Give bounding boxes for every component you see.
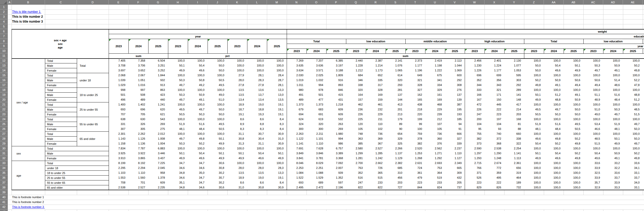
year-cell[interactable]: 2024 (484, 49, 505, 54)
data-cell[interactable]: 35,7 (583, 180, 603, 185)
data-cell[interactable]: 726 (366, 166, 386, 170)
data-cell[interactable]: 81 (504, 122, 524, 127)
stub-cell[interactable]: Total (45, 131, 77, 137)
data-cell[interactable]: 49,4 (583, 83, 603, 88)
data-cell[interactable]: 50,4 (583, 151, 603, 156)
data-cell[interactable]: 2.590 (465, 146, 484, 151)
data-cell[interactable]: 998 (109, 88, 128, 92)
data-cell[interactable]: 352 (346, 170, 366, 175)
column-header-cell[interactable]: O (306, 0, 326, 5)
stub-cell[interactable]: Male (45, 92, 77, 98)
data-cell[interactable]: 7.092 (326, 161, 346, 166)
data-cell[interactable]: 30,9 (267, 131, 287, 136)
data-cell[interactable]: 319 (504, 170, 524, 175)
data-cell[interactable]: 415 (326, 92, 346, 97)
data-cell[interactable]: 3.368 (326, 156, 346, 161)
data-cell[interactable]: 50,1 (524, 151, 544, 156)
data-cell[interactable]: 50,0 (524, 68, 544, 73)
data-cell[interactable]: 822 (366, 185, 386, 190)
row-header-cell[interactable]: 36 (0, 175, 8, 180)
data-cell[interactable]: 31,3 (227, 141, 247, 146)
year-cell[interactable]: 2023 (227, 39, 247, 54)
data-cell[interactable]: 50,3 (623, 127, 643, 131)
data-cell[interactable]: 33,6 (603, 170, 623, 175)
data-cell[interactable]: 736 (366, 131, 386, 136)
data-cell[interactable]: 372 (484, 136, 504, 141)
stub-cell[interactable]: Male (45, 78, 77, 83)
data-cell[interactable]: 638 (109, 117, 128, 122)
data-cell[interactable]: 100,0 (544, 180, 564, 185)
data-cell[interactable]: 100,0 (564, 185, 583, 190)
data-cell[interactable]: 49,8 (544, 136, 564, 141)
data-cell[interactable]: 1.281 (346, 156, 366, 161)
data-cell[interactable]: 1.110 (128, 170, 148, 175)
data-cell[interactable]: 532 (326, 117, 346, 122)
data-cell[interactable]: 13,6 (247, 88, 267, 92)
data-cell[interactable]: 1.141 (287, 141, 306, 146)
data-cell[interactable]: 994 (326, 136, 346, 141)
data-cell[interactable]: 148 (504, 97, 524, 102)
data-cell[interactable]: 958 (148, 170, 168, 175)
column-header-cell[interactable]: K (227, 0, 247, 5)
data-cell[interactable]: 100,0 (583, 131, 603, 136)
data-cell[interactable]: 893 (326, 83, 346, 88)
row-header-cell[interactable]: 22 (0, 107, 8, 112)
data-cell[interactable]: 100,0 (603, 88, 623, 92)
data-cell[interactable]: 49,8 (564, 141, 583, 146)
data-cell[interactable]: 8.029 (306, 161, 326, 166)
data-cell[interactable]: 1.222 (425, 68, 445, 73)
data-cell[interactable]: 1.228 (346, 63, 366, 68)
data-cell[interactable]: 100,0 (267, 161, 287, 166)
stub-cell[interactable]: 18 to under 25 (45, 170, 109, 176)
data-cell[interactable]: 822 (346, 185, 366, 190)
data-cell[interactable]: 321 (484, 88, 504, 92)
data-cell[interactable]: 199 (405, 117, 425, 122)
data-cell[interactable]: 679 (287, 107, 306, 112)
data-cell[interactable]: 49,6 (583, 156, 603, 161)
data-cell[interactable]: 50,0 (524, 63, 544, 68)
data-cell[interactable]: 50,2 (623, 63, 643, 68)
data-cell[interactable]: 144 (386, 97, 405, 102)
stub-age-cell[interactable]: under 18 (77, 73, 109, 88)
row-header-cell[interactable]: 31 (0, 151, 8, 156)
data-cell[interactable]: 699 (484, 73, 504, 78)
data-cell[interactable]: 3.389 (326, 151, 346, 156)
data-cell[interactable]: 3.635 (287, 63, 306, 68)
data-cell[interactable]: 100,0 (623, 73, 643, 78)
data-cell[interactable]: 51,5 (583, 141, 603, 146)
data-cell[interactable]: 100,0 (247, 58, 267, 63)
data-cell[interactable]: 1.126 (128, 136, 148, 141)
column-header-cell[interactable]: F (128, 0, 148, 5)
data-cell[interactable]: 292 (445, 78, 465, 83)
data-cell[interactable]: 755 (465, 131, 484, 136)
stub-cell[interactable]: 65 and older (45, 185, 109, 190)
data-cell[interactable]: 489 (287, 97, 306, 102)
data-cell[interactable]: 916 (326, 78, 346, 83)
data-cell[interactable]: 2.401 (484, 58, 504, 63)
data-cell[interactable]: 614 (386, 73, 405, 78)
year-cell[interactable]: 2025 (504, 49, 524, 54)
data-cell[interactable]: 50,1 (267, 151, 287, 156)
stub-cell[interactable]: Female (45, 127, 77, 132)
data-cell[interactable]: 378 (405, 136, 425, 141)
education-group-header[interactable]: Total (524, 39, 584, 44)
data-cell[interactable]: 649 (405, 73, 425, 78)
data-cell[interactable]: 1.103 (109, 170, 128, 175)
data-cell[interactable]: 100,0 (188, 102, 208, 107)
data-cell[interactable]: 445 (484, 102, 504, 107)
row-header-cell[interactable]: 32 (0, 156, 8, 161)
data-cell[interactable]: 8,6 (227, 117, 247, 122)
data-cell[interactable]: 595 (504, 73, 524, 78)
data-cell[interactable]: 382 (405, 141, 425, 146)
data-cell[interactable]: 52,2 (623, 78, 643, 83)
data-cell[interactable]: 51,2 (544, 92, 564, 97)
data-cell[interactable]: 2.538 (484, 146, 504, 151)
data-cell[interactable]: 49,7 (168, 136, 188, 141)
year-cell[interactable]: 2025 (148, 39, 168, 54)
data-cell[interactable]: 100,0 (227, 58, 247, 63)
row-header-cell[interactable]: 3 (0, 14, 8, 19)
data-cell[interactable]: 417 (504, 102, 524, 107)
year-cell[interactable]: 2025 (326, 49, 346, 54)
data-cell[interactable]: 13,5 (267, 97, 287, 102)
data-cell[interactable]: 18,9 (227, 175, 247, 180)
